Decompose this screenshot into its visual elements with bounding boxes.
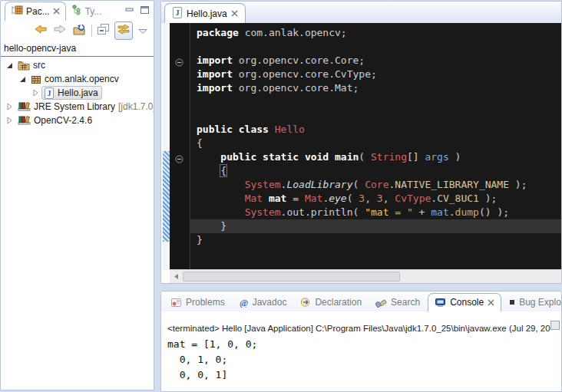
tree-item-com-anlak-opencv[interactable]: com.anlak.opencv — [1, 72, 154, 86]
project-tree: srccom.anlak.opencvJHello.javaJRE System… — [1, 57, 154, 127]
maximize-icon[interactable] — [140, 6, 149, 14]
go-up-button[interactable] — [72, 24, 86, 38]
fold-collapse-icon[interactable] — [175, 153, 183, 161]
tree-item-decorator: [jdk1.7.0_25] — [118, 101, 154, 112]
fold-collapse-icon[interactable] — [175, 56, 183, 64]
tab-declaration[interactable]: Declaration — [294, 294, 368, 311]
editor-tabbar: J Hello.java — [161, 2, 561, 24]
package-explorer-icon — [11, 5, 23, 18]
svg-text:J: J — [176, 8, 180, 17]
back-button[interactable] — [34, 24, 48, 38]
code-line — [190, 95, 561, 109]
vertical-ruler[interactable] — [163, 23, 170, 270]
code-line: } — [190, 233, 561, 247]
close-icon[interactable] — [53, 6, 60, 17]
range-indicator — [163, 151, 170, 242]
tab-label: Problems — [186, 297, 225, 308]
console-output[interactable]: mat = [1, 0, 0; 0, 1, 0; 0, 0, 1] — [167, 337, 561, 383]
toolbar-separator — [91, 25, 92, 37]
expanded-twisty-icon[interactable] — [18, 75, 28, 83]
code-line: public class Hello — [190, 123, 561, 137]
view-menu-button[interactable] — [138, 24, 147, 38]
tree-item-content: com.anlak.opencv — [28, 72, 123, 86]
bug-square-icon — [509, 299, 515, 305]
editor-area: J Hello.java package com.anlak.opencv;im… — [160, 1, 562, 284]
tab-label: Hello.java — [187, 8, 227, 19]
tree-item-label: Hello.java — [58, 87, 98, 98]
link-editor-icon — [117, 24, 130, 38]
tree-item-hello-java[interactable]: JHello.java — [1, 86, 154, 100]
collapsed-twisty-icon[interactable] — [5, 103, 15, 110]
tab-label: Javadoc — [253, 297, 287, 308]
console-status-line: <terminated> Hello [Java Application] C:… — [161, 311, 561, 333]
folding-gutter[interactable] — [170, 23, 190, 270]
package-explorer-tabbar: Pac... Ty... — [1, 1, 154, 21]
tree-item-opencv-2-4-6[interactable]: OpenCV-2.4.6 — [1, 114, 154, 127]
link-with-editor-button[interactable] — [114, 21, 133, 40]
library-icon — [18, 101, 31, 112]
package-explorer-view: Pac... Ty... hello-opencv-java srccom.an… — [0, 0, 154, 390]
tab-label: Bug Explorer — [519, 297, 562, 308]
expanded-twisty-icon[interactable] — [5, 61, 15, 69]
forward-arrow-icon — [53, 24, 67, 38]
type-hierarchy-icon — [71, 5, 82, 18]
code-line — [190, 40, 561, 54]
tab-javadoc[interactable]: @Javadoc — [233, 294, 293, 311]
tab-label: Declaration — [315, 297, 362, 308]
package-explorer-toolbar — [1, 21, 154, 41]
minimize-icon[interactable] — [125, 6, 134, 14]
tab-package-explorer[interactable]: Pac... — [5, 2, 66, 21]
tree-item-label: src — [33, 60, 45, 71]
console-toolbar-icon[interactable] — [550, 321, 560, 330]
code-line: { — [190, 137, 561, 150]
code-editor[interactable]: package com.anlak.opencv;import org.open… — [190, 23, 561, 270]
svg-text:J: J — [48, 89, 51, 97]
tab-label: Console — [450, 297, 484, 308]
scrollbar-thumb[interactable] — [183, 272, 400, 282]
eclipse-workbench: { "colors":{"editor_bg":"#191919","class… — [0, 0, 562, 392]
search-icon — [375, 297, 387, 308]
tab-label: Ty... — [85, 6, 102, 17]
tree-item-content: OpenCV-2.4.6 — [15, 114, 96, 127]
tree-item-jre-system-library[interactable]: JRE System Library [jdk1.7.0_25] — [1, 100, 154, 114]
collapse-all-button[interactable] — [98, 24, 109, 38]
code-line: import org.opencv.core.Core; — [190, 54, 561, 68]
tab-label: Search — [391, 297, 420, 308]
collapsed-twisty-icon[interactable] — [5, 117, 15, 124]
tree-item-src[interactable]: src — [1, 58, 154, 72]
svg-text:@: @ — [240, 298, 248, 308]
tree-item-content: JRE System Library [jdk1.7.0_25] — [15, 100, 154, 114]
console-content: <terminated> Hello [Java Application] C:… — [161, 311, 561, 392]
close-icon[interactable] — [488, 299, 494, 306]
console-icon — [435, 298, 446, 308]
scroll-left-icon[interactable] — [170, 270, 182, 282]
console-view: Problems@JavadocDeclarationSearchConsole… — [160, 291, 562, 392]
package-icon — [31, 74, 41, 84]
project-label: hello-opencv-java — [1, 41, 154, 56]
code-line — [190, 109, 561, 123]
tab-hello-java[interactable]: J Hello.java — [164, 3, 246, 23]
back-arrow-icon — [34, 24, 48, 38]
horizontal-scrollbar[interactable] — [170, 269, 561, 283]
declaration-icon — [300, 297, 311, 308]
tab-problems[interactable]: Problems — [164, 294, 231, 311]
forward-button[interactable] — [53, 24, 67, 38]
tree-item-content: JHello.java — [41, 86, 102, 100]
editor-body: package com.anlak.opencv;import org.open… — [161, 23, 561, 283]
view-menu-icon — [138, 24, 147, 38]
close-icon[interactable] — [231, 8, 238, 19]
code-line: public static void main( String[] args ) — [190, 150, 561, 164]
package-folder-icon — [18, 60, 30, 71]
collapse-all-icon — [98, 24, 109, 38]
tab-bug-explorer[interactable]: Bug Explorer — [503, 294, 562, 311]
go-up-icon — [72, 24, 86, 38]
tab-search[interactable]: Search — [369, 294, 426, 311]
code-line: System.out.println( "mat = " + mat.dump(… — [190, 206, 561, 219]
library-icon — [18, 115, 31, 126]
tab-type-hierarchy[interactable]: Ty... — [66, 2, 107, 21]
code-line: } — [190, 219, 561, 233]
tree-item-content: src — [15, 58, 49, 72]
collapsed-twisty-icon[interactable] — [31, 89, 41, 97]
tab-console[interactable]: Console — [428, 293, 501, 311]
tab-label: Pac... — [26, 6, 50, 17]
